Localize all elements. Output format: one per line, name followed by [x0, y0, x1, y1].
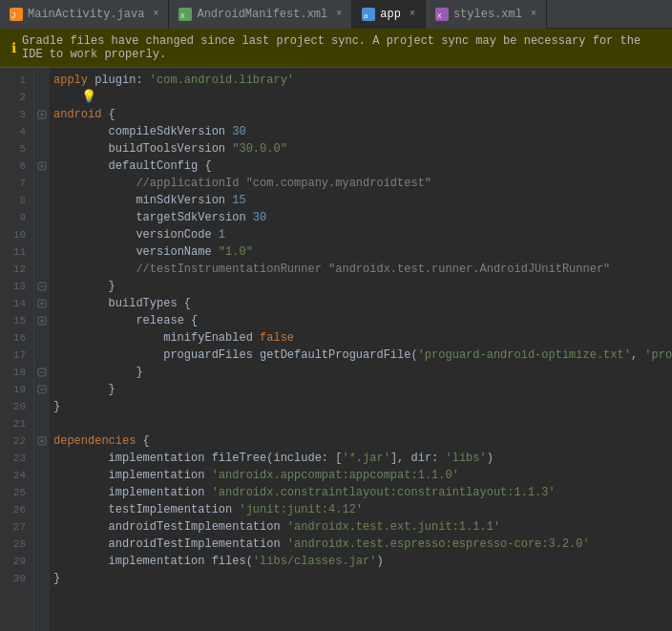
gutter-row: [34, 209, 50, 226]
line-number: 28: [4, 536, 26, 553]
tab-mainactivity[interactable]: JMainActivity.java×: [0, 0, 169, 29]
token-id: testImplementation: [109, 503, 240, 516]
code-line: apply plugin: 'com.android.library': [53, 72, 672, 89]
token-str: 'com.android.library': [150, 74, 294, 87]
token-str: '*.jar': [342, 452, 389, 465]
token-id: implementation: [109, 469, 212, 482]
code-line: }: [53, 570, 672, 587]
token-str: 'libs': [445, 452, 486, 465]
code-line: }: [53, 398, 672, 415]
tab-close-mainactivity[interactable]: ×: [153, 9, 158, 19]
warn-icon[interactable]: 💡: [81, 90, 96, 104]
code-content[interactable]: apply plugin: 'com.android.library' 💡and…: [50, 68, 672, 631]
line-number: 21: [4, 415, 26, 432]
token-str: 'junit:junit:4.12': [239, 503, 363, 516]
gutter-row[interactable]: [34, 278, 50, 295]
gutter-row: [34, 415, 50, 432]
token-str: 'proguard-rules.pro': [644, 348, 672, 362]
tab-close-app[interactable]: ×: [410, 9, 415, 19]
gutter-row[interactable]: [34, 158, 50, 175]
gutter-row: [34, 140, 50, 158]
token-num: 1: [219, 228, 225, 242]
token-str: 'androidx.appcompat:appcompat:1.1.0': [212, 469, 459, 482]
code-line: minifyEnabled false: [53, 329, 672, 347]
token-id: buildToolsVersion: [109, 142, 233, 156]
token-id: versionName: [136, 245, 218, 259]
code-line: android {: [53, 106, 672, 123]
svg-text:a: a: [364, 11, 368, 20]
token-id: versionCode: [136, 228, 218, 242]
tab-androidmanifest[interactable]: XAndroidManifest.xml×: [169, 0, 352, 29]
code-line: implementation fileTree(include: ['*.jar…: [53, 450, 672, 467]
token-id: ): [487, 452, 494, 465]
line-number: 24: [4, 467, 26, 484]
gutter-row: [34, 175, 50, 192]
tab-label-app: app: [380, 8, 401, 21]
token-str: "1.0": [219, 245, 253, 259]
code-line: proguardFiles getDefaultProguardFile('pr…: [53, 347, 672, 364]
tab-close-styles[interactable]: ×: [531, 9, 536, 19]
line-number: 19: [4, 381, 26, 398]
gutter-row: [34, 329, 50, 347]
line-number: 17: [4, 347, 26, 364]
gutter-row[interactable]: [34, 432, 50, 450]
gutter-row[interactable]: [34, 381, 50, 398]
line-number: 14: [4, 295, 26, 312]
token-id: ,: [631, 348, 644, 362]
tab-styles[interactable]: Xstyles.xml×: [426, 0, 547, 29]
token-lit: false: [260, 331, 294, 345]
gutter-row: [34, 243, 50, 261]
gutter-row: [34, 467, 50, 484]
line-number: 13: [4, 278, 26, 295]
tab-label-androidmanifest: AndroidManifest.xml: [197, 8, 327, 21]
gutter-row: [34, 570, 50, 587]
gutter-row[interactable]: [34, 312, 50, 329]
code-line: minSdkVersion 15: [53, 192, 672, 209]
code-line: }: [53, 364, 672, 381]
code-line: implementation 'androidx.appcompat:appco…: [53, 467, 672, 484]
line-number: 2: [4, 89, 26, 106]
code-line: release {: [53, 312, 672, 329]
gutter-row: [34, 89, 50, 106]
gutter-row: [34, 347, 50, 364]
gutter-row: [34, 72, 50, 89]
line-number: 25: [4, 484, 26, 501]
token-id: }: [136, 366, 142, 379]
code-line: }: [53, 381, 672, 398]
gutter-row[interactable]: [34, 106, 50, 123]
gutter-row[interactable]: [34, 364, 50, 381]
tab-app[interactable]: aapp×: [352, 0, 426, 29]
token-id: minSdkVersion: [136, 194, 232, 207]
gutter-row: [34, 484, 50, 501]
line-number: 8: [4, 192, 26, 209]
token-id: defaultConfig {: [109, 159, 212, 173]
token-id: {: [136, 434, 149, 448]
line-number: 29: [4, 553, 26, 570]
token-kw: apply: [53, 74, 88, 87]
svg-text:J: J: [11, 11, 16, 20]
gutter-row: [34, 261, 50, 278]
tab-close-androidmanifest[interactable]: ×: [336, 9, 342, 19]
code-line: compileSdkVersion 30: [53, 123, 672, 140]
token-id: ], dir:: [390, 452, 446, 465]
token-id: plugin:: [88, 74, 150, 87]
token-id: ): [376, 555, 383, 568]
code-line: implementation 'androidx.constraintlayou…: [53, 484, 672, 501]
token-id: proguardFiles getDefaultProguardFile(: [163, 348, 417, 362]
code-line: //testInstrumentationRunner "androidx.te…: [53, 261, 672, 278]
token-str: 'proguard-android-optimize.txt': [418, 348, 631, 362]
token-id: targetSdkVersion: [136, 211, 252, 224]
token-id: androidTestImplementation: [109, 520, 287, 534]
token-kw: dependencies: [53, 434, 136, 448]
token-id: compileSdkVersion: [109, 125, 233, 138]
token-str: "30.0.0": [232, 142, 287, 156]
gutter-row[interactable]: [34, 295, 50, 312]
token-id: {: [101, 108, 115, 121]
line-number: 26: [4, 501, 26, 518]
token-id: }: [53, 400, 60, 413]
gutter-row: [34, 501, 50, 518]
code-line: versionName "1.0": [53, 243, 672, 261]
code-line: buildToolsVersion "30.0.0": [53, 140, 672, 158]
gutter-row: [34, 518, 50, 536]
tab-icon-mainactivity: J: [10, 8, 23, 21]
